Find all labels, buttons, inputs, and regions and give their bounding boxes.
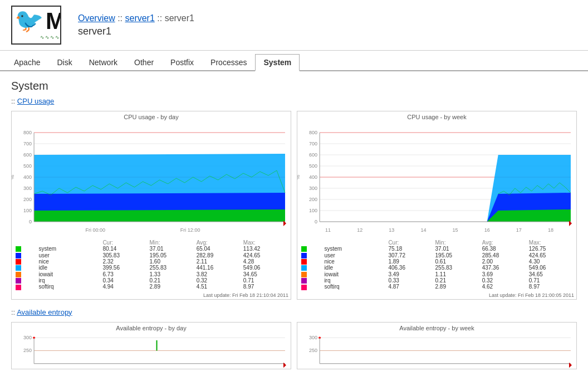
page-content: System :: CPU usage CPU usage - by day [0,71,588,376]
legend-avg: 282.89 [195,252,242,258]
tab-processes[interactable]: Processes [202,54,255,70]
svg-text:200: 200 [23,197,32,202]
legend-max: 549.06 [527,265,574,271]
legend-max: 4.28 [242,258,288,265]
cpu-week-area: 800 700 600 500 400 300 200 100 0 % 11 1… [297,121,576,238]
legend-avg: 4.62 [481,284,527,290]
legend-max: 549.06 [242,265,288,271]
legend-max: 34.65 [527,271,574,277]
cpu-day-update: Last update: Fri Feb 18 21:10:04 2011 [12,291,291,299]
overview-link[interactable]: Overview [78,13,115,23]
cpu-day-area: 800 700 600 500 400 300 200 100 0 % Fri … [12,121,291,238]
legend-row: softirq 4.87 2.89 4.62 8.97 [300,284,574,290]
legend-label: softirq [322,284,386,290]
legend-cur: 4.94 [101,284,148,290]
legend-avg: 3.69 [481,271,527,277]
server1-link[interactable]: server1 [125,13,154,23]
legend-row: iowait 3.49 1.11 3.69 34.65 [300,271,574,277]
tab-disk[interactable]: Disk [48,54,80,70]
legend-row: system 75.18 37.01 66.38 126.75 [300,246,574,252]
cpu-charts-row: CPU usage - by day 800 [11,111,577,300]
legend-max: 424.65 [242,252,288,258]
cpu-day-chart: CPU usage - by day 800 [11,111,291,300]
legend-label: iowait [37,271,101,277]
legend-avg: 65.04 [195,246,242,252]
svg-text:800: 800 [23,130,32,135]
section-cpu-header: :: CPU usage [11,97,577,105]
legend-label: iowait [322,271,386,277]
section-entropy-prefix: :: [11,308,17,316]
svg-text:17: 17 [516,227,522,233]
cpu-day-stats: Cur: Min: Avg: Max: system 80.14 37.01 6… [12,238,291,291]
legend-color-box [300,252,322,258]
legend-color-box [300,271,322,277]
legend-color-box [14,277,37,284]
legend-color-box [14,258,37,265]
legend-row: irq 0.33 0.21 0.32 0.71 [300,277,574,284]
svg-text:250: 250 [23,348,32,353]
legend-min: 2.89 [434,284,481,290]
legend-label: idle [322,265,386,271]
sep1: :: [117,13,125,23]
legend-avg: 2.11 [195,258,242,265]
legend-color-box [14,284,37,290]
nav-tabs: Apache Disk Network Other Postfix Proces… [0,54,588,71]
legend-row: nice 2.32 1.60 2.11 4.28 [14,258,288,265]
cpu-week-title: CPU usage - by week [297,111,576,121]
tab-other[interactable]: Other [126,54,162,70]
entropy-week-chart: Available entropy - by week 300 250 [297,322,577,369]
legend-cur: 406.36 [386,265,433,271]
tab-postfix[interactable]: Postfix [162,54,202,70]
svg-text:100: 100 [309,208,317,213]
legend-cur: 0.34 [101,277,148,284]
legend-max: 424.65 [527,252,574,258]
legend-min: 0.21 [148,277,195,284]
legend-max: 0.71 [527,277,574,284]
legend-row: idle 399.56 255.83 441.16 549.06 [14,265,288,271]
legend-min: 1.60 [148,258,195,265]
cpu-usage-link[interactable]: CPU usage [17,97,54,105]
page-title: System [11,80,577,92]
svg-text:12: 12 [357,227,362,233]
legend-label: nice [37,258,101,265]
svg-text:%: % [297,175,301,179]
legend-avg: 441.16 [195,265,242,271]
svg-text:400: 400 [309,174,317,180]
legend-min: 1.11 [434,271,481,277]
legend-cur: 6.73 [101,271,148,277]
legend-label: system [37,246,101,252]
entropy-link[interactable]: Available entropy [17,308,72,316]
legend-cur: 2.32 [101,258,148,265]
svg-text:%: % [12,175,15,179]
svg-text:700: 700 [23,141,32,147]
legend-label: system [322,246,386,252]
tab-network[interactable]: Network [81,54,126,70]
section-cpu-prefix: :: [11,97,17,105]
svg-text:0: 0 [315,219,317,224]
entropy-week-inner: Available entropy - by week 300 250 [297,323,576,369]
svg-text:Fri 12:00: Fri 12:00 [180,227,200,233]
svg-text:600: 600 [309,152,317,158]
legend-avg: 285.48 [481,252,527,258]
legend-color-box [300,258,322,265]
svg-text:300: 300 [23,335,32,340]
legend-label: irq [37,277,101,284]
entropy-day-svg: 300 250 [12,333,291,369]
legend-avg: 3.82 [195,271,242,277]
svg-marker-25 [34,209,285,222]
cpu-week-svg: 800 700 600 500 400 300 200 100 0 % 11 1… [297,121,576,238]
legend-label: nice [322,258,386,265]
svg-text:0: 0 [29,219,32,224]
legend-avg: 0.32 [195,277,242,284]
page-subtitle: server1 [78,26,194,37]
legend-cur: 0.33 [386,277,433,284]
tab-apache[interactable]: Apache [6,54,48,70]
tab-system[interactable]: System [255,54,300,71]
server1-text: server1 [165,13,194,23]
entropy-week-title: Available entropy - by week [297,323,576,333]
svg-text:200: 200 [309,197,317,202]
legend-cur: 75.18 [386,246,433,252]
entropy-day-chart: Available entropy - by day 300 250 [11,322,291,369]
legend-max: 126.75 [527,246,574,252]
entropy-week-svg: 300 250 [297,333,576,369]
